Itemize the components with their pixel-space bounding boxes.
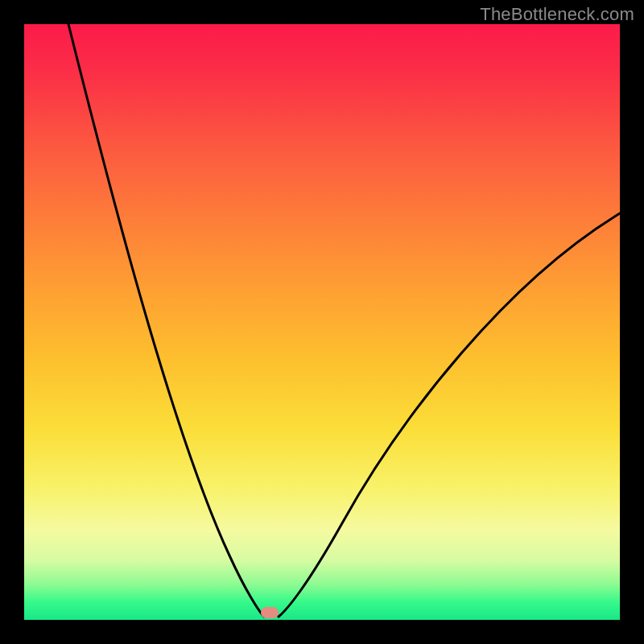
curve-left-branch bbox=[68, 24, 264, 617]
bottleneck-curve bbox=[24, 24, 620, 620]
plot-area bbox=[24, 24, 620, 620]
chart-container: TheBottleneck.com bbox=[0, 0, 644, 644]
optimal-marker bbox=[261, 607, 279, 618]
watermark-text: TheBottleneck.com bbox=[480, 4, 634, 25]
curve-right-branch bbox=[279, 213, 620, 617]
